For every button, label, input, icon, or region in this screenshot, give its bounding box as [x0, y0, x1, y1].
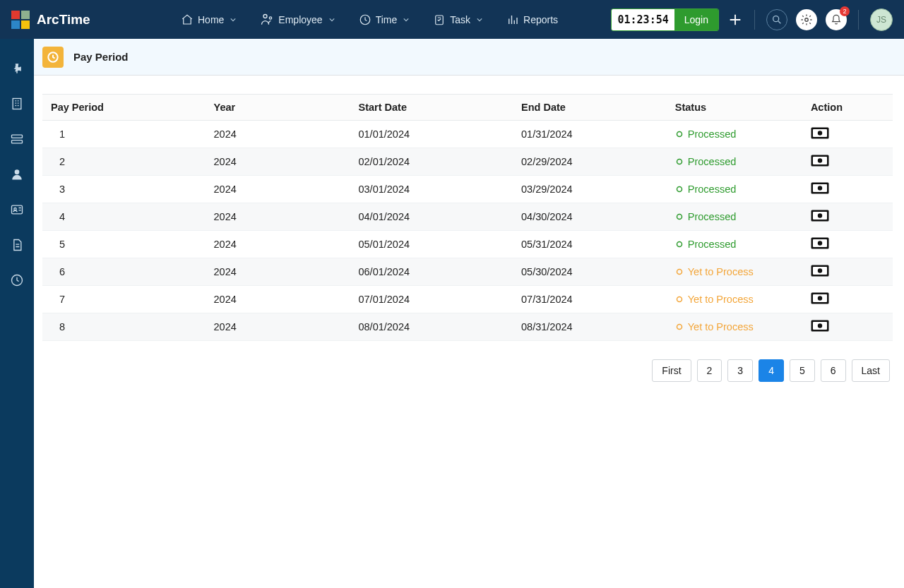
add-button[interactable]: [727, 12, 743, 28]
table-row: 2202402/01/202402/29/2024Processed: [42, 148, 893, 176]
task-icon: [433, 13, 446, 26]
separator: [754, 10, 755, 30]
sidebar-item-data[interactable]: [8, 131, 25, 148]
cell-status: Processed: [667, 231, 802, 258]
status-badge: Yet to Process: [675, 266, 754, 277]
payment-action-button[interactable]: [811, 292, 829, 304]
page-first-button[interactable]: First: [652, 359, 691, 382]
cell-status: Yet to Process: [667, 286, 802, 313]
nav-reports[interactable]: Reports: [506, 13, 558, 26]
main-content: Pay Period Pay Period Year Start Date En…: [34, 39, 904, 588]
document-icon: [10, 238, 24, 252]
pagination: First 23456 Last: [42, 359, 893, 382]
search-icon: [771, 14, 783, 25]
page-last-button[interactable]: Last: [852, 359, 890, 382]
payment-action-button[interactable]: [811, 182, 829, 194]
sidebar-item-pin[interactable]: [8, 60, 25, 77]
table-row: 4202404/01/202404/30/2024Processed: [42, 203, 893, 231]
nav-task-label: Task: [450, 14, 470, 25]
avatar[interactable]: JS: [870, 8, 893, 31]
cell-pay-period: 7: [42, 286, 206, 313]
sidebar-item-doc[interactable]: [8, 236, 25, 253]
cell-action: [802, 231, 893, 258]
cell-pay-period: 6: [42, 258, 206, 286]
sidebar-item-user[interactable]: [8, 166, 25, 183]
nav-time[interactable]: Time: [359, 13, 410, 26]
payment-action-button[interactable]: [811, 127, 829, 139]
cell-action: [802, 203, 893, 231]
cell-action: [802, 313, 893, 341]
money-icon: [811, 292, 829, 304]
page-number-button[interactable]: 3: [727, 359, 753, 382]
svg-point-34: [818, 241, 822, 245]
sidebar-item-time[interactable]: [8, 272, 25, 289]
sidebar-item-id[interactable]: [8, 201, 25, 218]
sidebar: [0, 39, 34, 588]
status-badge: Processed: [675, 156, 737, 167]
gear-icon: [800, 13, 813, 26]
page-number-button[interactable]: 4: [759, 359, 784, 382]
cell-end-date: 04/30/2024: [513, 203, 667, 231]
page-title: Pay Period: [73, 51, 129, 63]
plus-icon: [727, 12, 743, 28]
payment-action-button[interactable]: [811, 210, 829, 222]
clock-icon: [10, 273, 24, 287]
page-number-button[interactable]: 6: [821, 359, 846, 382]
search-button[interactable]: [766, 9, 787, 30]
cell-end-date: 07/31/2024: [513, 286, 667, 313]
login-button[interactable]: Login: [674, 9, 718, 30]
nav-employee[interactable]: Employee: [260, 13, 334, 27]
status-badge: Yet to Process: [675, 321, 754, 332]
money-icon: [811, 127, 829, 139]
nav-home[interactable]: Home: [181, 13, 236, 26]
cell-start-date: 03/01/2024: [350, 176, 513, 203]
svg-point-4: [773, 16, 779, 21]
cell-action: [802, 258, 893, 286]
status-badge: Processed: [675, 211, 737, 222]
status-circle-icon: [675, 157, 684, 166]
cell-end-date: 03/29/2024: [513, 176, 667, 203]
cell-year: 2024: [206, 286, 350, 313]
brand-block: ArcTime: [11, 11, 181, 29]
payment-action-button[interactable]: [811, 265, 829, 277]
user-icon: [10, 167, 24, 181]
nav-task[interactable]: Task: [433, 13, 482, 26]
main-nav: Home Employee Time Task Reports: [181, 13, 611, 27]
chevron-down-icon: [477, 17, 482, 23]
settings-button[interactable]: [796, 9, 817, 30]
timer-value: 01:23:54: [612, 9, 674, 30]
cell-action: [802, 286, 893, 313]
svg-point-43: [677, 324, 682, 329]
svg-rect-6: [16, 69, 18, 73]
svg-point-19: [677, 159, 682, 164]
home-icon: [181, 13, 194, 26]
status-badge: Processed: [675, 184, 737, 195]
table-row: 3202403/01/202403/29/2024Processed: [42, 176, 893, 203]
payment-action-button[interactable]: [811, 320, 829, 332]
notifications-button[interactable]: 2: [826, 9, 847, 30]
svg-rect-8: [12, 135, 23, 138]
cell-status: Processed: [667, 176, 802, 203]
money-icon: [811, 155, 829, 167]
page-number-button[interactable]: 2: [697, 359, 722, 382]
status-circle-icon: [675, 268, 684, 276]
cell-pay-period: 3: [42, 176, 206, 203]
cell-action: [802, 148, 893, 176]
svg-point-5: [805, 18, 809, 21]
svg-rect-11: [12, 205, 23, 214]
money-icon: [811, 265, 829, 277]
page-number-button[interactable]: 5: [790, 359, 815, 382]
payment-action-button[interactable]: [811, 237, 829, 249]
th-year: Year: [206, 95, 350, 121]
topbar: ArcTime Home Employee Time Task Reports: [0, 0, 904, 39]
payment-action-button[interactable]: [811, 155, 829, 167]
bell-icon: [831, 14, 842, 25]
sidebar-item-company[interactable]: [8, 95, 25, 112]
brand-name: ArcTime: [37, 12, 90, 28]
cell-start-date: 08/01/2024: [350, 313, 513, 341]
cell-year: 2024: [206, 258, 350, 286]
svg-point-38: [818, 268, 822, 272]
chevron-down-icon: [329, 17, 335, 23]
chevron-down-icon: [403, 17, 409, 23]
svg-point-10: [15, 169, 20, 174]
